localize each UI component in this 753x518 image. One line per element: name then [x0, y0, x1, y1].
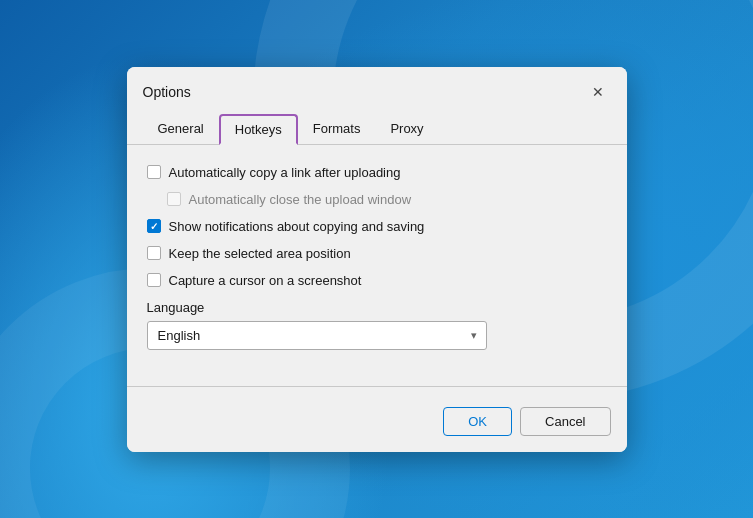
tab-hotkeys[interactable]: Hotkeys: [219, 114, 298, 145]
tab-proxy[interactable]: Proxy: [375, 114, 438, 145]
language-label: Language: [147, 300, 607, 315]
label-auto-close-upload: Automatically close the upload window: [189, 192, 412, 207]
label-show-notifications: Show notifications about copying and sav…: [169, 219, 425, 234]
checkbox-keep-selected-area[interactable]: [147, 246, 161, 260]
language-select-wrapper: English Deutsch Español Français Russian…: [147, 321, 487, 350]
cancel-button[interactable]: Cancel: [520, 407, 610, 436]
options-dialog: Options ✕ General Hotkeys Formats Proxy …: [127, 67, 627, 452]
option-auto-close-upload: Automatically close the upload window: [167, 192, 607, 207]
tab-general[interactable]: General: [143, 114, 219, 145]
option-auto-copy-link: Automatically copy a link after uploadin…: [147, 165, 607, 180]
checkbox-auto-close-upload[interactable]: [167, 192, 181, 206]
option-show-notifications: Show notifications about copying and sav…: [147, 219, 607, 234]
content-area: Automatically copy a link after uploadin…: [127, 145, 627, 386]
footer-divider: [127, 386, 627, 387]
close-button[interactable]: ✕: [585, 79, 611, 105]
title-bar: Options ✕: [127, 67, 627, 105]
option-capture-cursor: Capture a cursor on a screenshot: [147, 273, 607, 288]
checkbox-capture-cursor[interactable]: [147, 273, 161, 287]
dialog-title: Options: [143, 84, 191, 100]
label-auto-copy-link: Automatically copy a link after uploadin…: [169, 165, 401, 180]
tab-bar: General Hotkeys Formats Proxy: [127, 105, 627, 145]
option-keep-selected-area: Keep the selected area position: [147, 246, 607, 261]
language-select[interactable]: English Deutsch Español Français Russian…: [147, 321, 487, 350]
footer: OK Cancel: [127, 399, 627, 452]
ok-button[interactable]: OK: [443, 407, 512, 436]
checkbox-show-notifications[interactable]: [147, 219, 161, 233]
checkbox-auto-copy-link[interactable]: [147, 165, 161, 179]
label-capture-cursor: Capture a cursor on a screenshot: [169, 273, 362, 288]
tab-formats[interactable]: Formats: [298, 114, 376, 145]
label-keep-selected-area: Keep the selected area position: [169, 246, 351, 261]
